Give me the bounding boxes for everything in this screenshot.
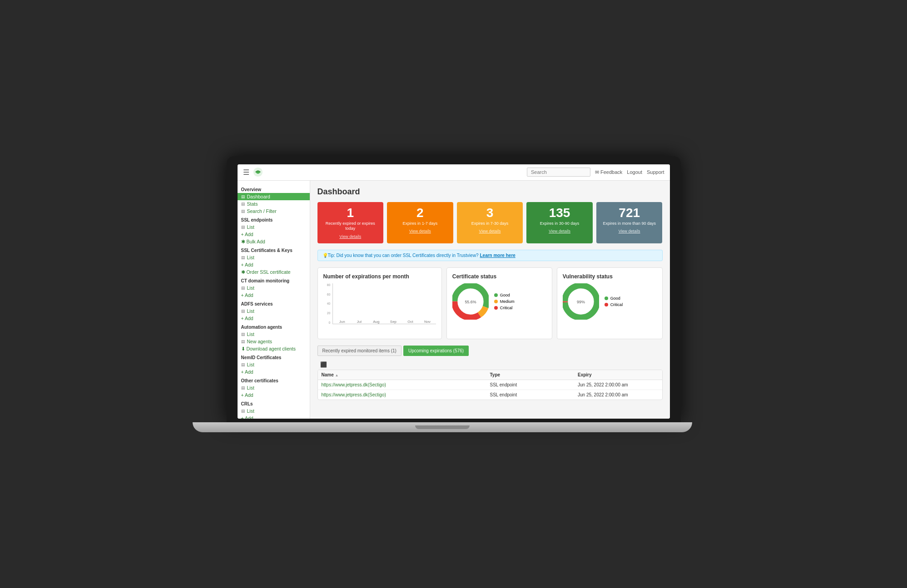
sidebar-item-cert-list[interactable]: ▤ List bbox=[238, 254, 310, 261]
table-header-type: Type bbox=[486, 370, 575, 380]
sidebar-item-dashboard[interactable]: ▤ Dashboard bbox=[238, 193, 310, 200]
tip-box: 💡Tip: Did you know that you can order SS… bbox=[317, 250, 663, 261]
feedback-link[interactable]: ✉ Feedback bbox=[595, 169, 622, 175]
svg-text:99%: 99% bbox=[577, 300, 585, 304]
sidebar-section-automation: Automation agents bbox=[238, 322, 310, 331]
stat-cards: 1 Recently expired or expires today View… bbox=[317, 202, 663, 243]
legend-dot-good bbox=[494, 293, 498, 297]
sidebar-item-crl-list[interactable]: ▤ List bbox=[238, 407, 310, 415]
table-row: https://www.jetpress.dk(Sectigo) SSL end… bbox=[318, 390, 662, 400]
sidebar-item-adfs-add[interactable]: + Add bbox=[238, 315, 310, 322]
stat-link-1-7[interactable]: View details bbox=[391, 229, 450, 233]
search-input[interactable] bbox=[527, 168, 590, 177]
table-cell-name-2: https://www.jetpress.dk(Sectigo) bbox=[318, 390, 486, 400]
sidebar-item-auto-list[interactable]: ▤ List bbox=[238, 331, 310, 338]
stat-number-30-90: 135 bbox=[530, 207, 589, 219]
sidebar-item-ct-list[interactable]: ▤ List bbox=[238, 284, 310, 292]
sidebar-item-ct-add[interactable]: + Add bbox=[238, 292, 310, 299]
sidebar-item-ssl-list[interactable]: ▤ List bbox=[238, 223, 310, 231]
table-header-expiry: Expiry bbox=[574, 370, 662, 380]
sidebar-item-ssl-bulk-add[interactable]: ✱ Bulk Add bbox=[238, 238, 310, 245]
laptop-screen-outer: ☰ ✉ Feedback Logout bbox=[227, 156, 681, 422]
sidebar-section-ssl-certs: SSL Certificates & Keys bbox=[238, 245, 310, 254]
bar-label-sep: Sep bbox=[390, 320, 397, 324]
table-header-name: Name ▲ bbox=[318, 370, 486, 380]
cert-donut-svg: 55.6% bbox=[452, 283, 489, 320]
sidebar-item-cert-add[interactable]: + Add bbox=[238, 261, 310, 268]
stat-card-1-7[interactable]: 2 Expires in 1-7 days View details bbox=[387, 202, 453, 243]
vuln-legend-dot-critical bbox=[605, 303, 608, 306]
bar-label-jun: Jun bbox=[339, 320, 345, 324]
page-title: Dashboard bbox=[317, 187, 663, 197]
sidebar-item-ssl-add[interactable]: + Add bbox=[238, 231, 310, 238]
legend-dot-critical bbox=[494, 306, 498, 310]
table-cell-expiry-2: Jun 25, 2022 2:00:00 am bbox=[574, 390, 662, 400]
stat-label-expired: Recently expired or expires today bbox=[321, 221, 380, 232]
stat-link-90plus[interactable]: View details bbox=[600, 229, 659, 233]
logout-link[interactable]: Logout bbox=[627, 169, 642, 175]
stat-card-expired[interactable]: 1 Recently expired or expires today View… bbox=[317, 202, 384, 243]
table-header-row: Name ▲ Type Expiry bbox=[318, 370, 662, 380]
header: ☰ ✉ Feedback Logout bbox=[238, 164, 670, 181]
ssl-list-icon: ▤ bbox=[241, 225, 245, 229]
table-cell-expiry-1: Jun 25, 2022 2:00:00 am bbox=[574, 380, 662, 390]
bar-label-aug: Aug bbox=[373, 320, 379, 324]
vuln-status-title: Vulnerability status bbox=[563, 273, 657, 280]
sidebar-item-auto-download[interactable]: ⬇ Download agent clients bbox=[238, 345, 310, 352]
table-cell-type-2: SSL endpoint bbox=[486, 390, 575, 400]
sidebar-item-auto-new[interactable]: ▤ New agents bbox=[238, 338, 310, 345]
laptop-notch bbox=[415, 425, 470, 429]
sidebar-item-cert-order[interactable]: ✱ Order SSL certificate bbox=[238, 268, 310, 276]
menu-icon[interactable]: ☰ bbox=[243, 168, 249, 177]
data-table: Name ▲ Type Expiry https://www.jetpress.… bbox=[317, 370, 663, 400]
cert-donut-svg-wrapper: 55.6% bbox=[452, 283, 489, 320]
stat-link-30-90[interactable]: View details bbox=[530, 229, 589, 233]
legend-good: Good bbox=[494, 293, 515, 297]
vuln-status-donut-wrapper: 99% Good bbox=[563, 283, 657, 320]
table-row: https://www.jetpress.dk(Sectigo) SSL end… bbox=[318, 380, 662, 390]
tab-upcoming[interactable]: Upcoming expirations (576) bbox=[403, 346, 469, 356]
stat-label-90plus: Expires in more than 90 days bbox=[600, 221, 659, 227]
stat-label-30-90: Expires in 30-90 days bbox=[530, 221, 589, 227]
bar-col-sep: Sep bbox=[387, 318, 400, 324]
sidebar-item-adfs-list[interactable]: ▤ List bbox=[238, 307, 310, 315]
sidebar-item-search-filter[interactable]: ▤ Search / Filter bbox=[238, 208, 310, 215]
sidebar-section-overview: Overview bbox=[238, 184, 310, 193]
table-cell-name-1: https://www.jetpress.dk(Sectigo) bbox=[318, 380, 486, 390]
tab-recently-expired[interactable]: Recently expired monitored items (1) bbox=[317, 346, 401, 356]
table-cell-type-1: SSL endpoint bbox=[486, 380, 575, 390]
support-link[interactable]: Support bbox=[647, 169, 664, 175]
rss-icon[interactable]: ⬛ bbox=[317, 360, 663, 370]
vuln-status-panel: Vulnerability status bbox=[557, 267, 663, 339]
feedback-icon: ✉ bbox=[595, 169, 599, 175]
bar-chart-title: Number of expirations per month bbox=[323, 273, 436, 280]
logo bbox=[253, 167, 263, 177]
vuln-donut-svg: 99% bbox=[563, 283, 599, 320]
vuln-status-legend: Good Critical bbox=[605, 296, 623, 307]
content: Dashboard 1 Recently expired or expires … bbox=[310, 181, 670, 419]
laptop-screen-inner: ☰ ✉ Feedback Logout bbox=[238, 164, 670, 419]
bar-label-oct: Oct bbox=[407, 320, 413, 324]
sidebar-item-other-list[interactable]: ▤ List bbox=[238, 384, 310, 391]
sidebar-item-stats[interactable]: ▤ Stats bbox=[238, 200, 310, 208]
stat-card-90plus[interactable]: 721 Expires in more than 90 days View de… bbox=[596, 202, 663, 243]
stat-link-expired[interactable]: View details bbox=[321, 234, 380, 239]
crl-list-icon: ▤ bbox=[241, 409, 245, 413]
bar-chart-inner: Jun Jul Au bbox=[332, 283, 436, 324]
adfs-list-icon: ▤ bbox=[241, 309, 245, 313]
stat-card-7-30[interactable]: 3 Expires in 7-30 days View details bbox=[457, 202, 523, 243]
table-link-2[interactable]: https://www.jetpress.dk(Sectigo) bbox=[322, 392, 386, 397]
sort-icon-name[interactable]: ▲ bbox=[335, 373, 339, 377]
stat-card-30-90[interactable]: 135 Expires in 30-90 days View details bbox=[526, 202, 593, 243]
bar-col-aug: Aug bbox=[370, 318, 383, 324]
table-link-1[interactable]: https://www.jetpress.dk(Sectigo) bbox=[322, 382, 386, 387]
vuln-legend-dot-good bbox=[605, 296, 608, 300]
stat-link-7-30[interactable]: View details bbox=[461, 229, 520, 233]
sidebar-item-crl-add[interactable]: + Add bbox=[238, 415, 310, 419]
sidebar-item-nem-add[interactable]: + Add bbox=[238, 368, 310, 376]
sidebar-item-other-add[interactable]: + Add bbox=[238, 391, 310, 399]
sidebar-item-nem-list[interactable]: ▤ List bbox=[238, 361, 310, 368]
tip-link[interactable]: Learn more here bbox=[480, 253, 515, 258]
ct-list-icon: ▤ bbox=[241, 286, 245, 290]
stat-number-expired: 1 bbox=[321, 207, 380, 219]
